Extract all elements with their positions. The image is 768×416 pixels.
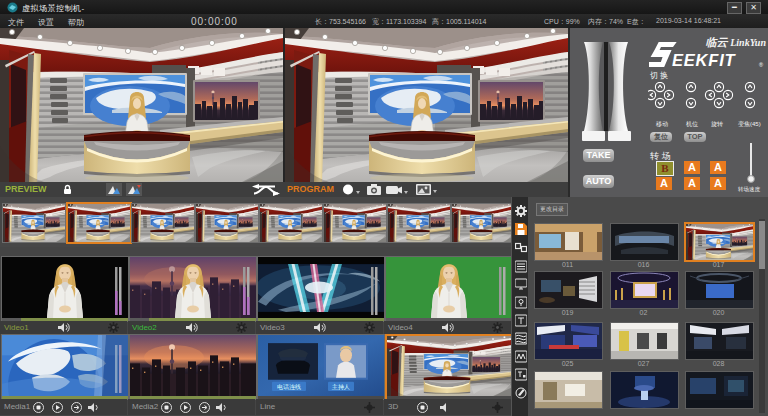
- svg-text:EEKFIT: EEKFIT: [672, 51, 737, 69]
- svg-text:®: ®: [759, 62, 763, 68]
